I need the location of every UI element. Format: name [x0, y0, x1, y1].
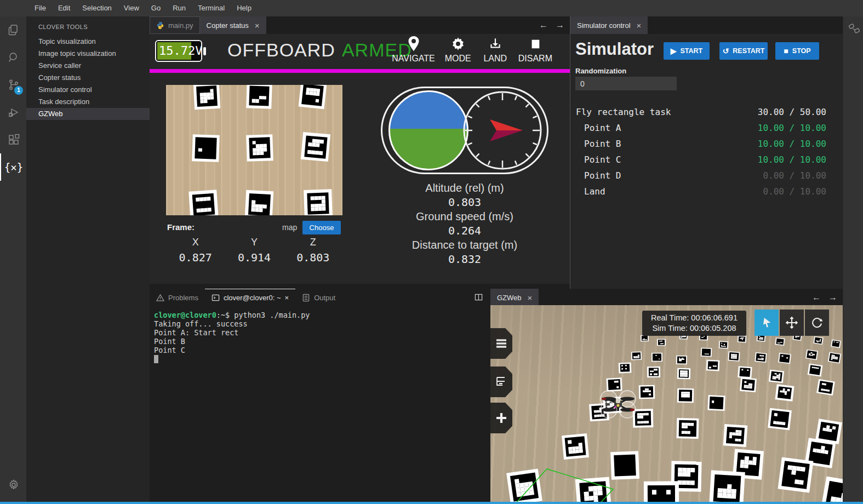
source-control-badge: 1: [14, 86, 23, 95]
menu-bar: FileEditSelectionViewGoRunTerminalHelp: [0, 0, 863, 16]
play-icon: ▶: [671, 47, 677, 55]
output-icon: [302, 294, 310, 302]
land-button[interactable]: LAND: [481, 36, 510, 64]
rotate-tool-button[interactable]: [805, 310, 829, 336]
aruco-marker: [246, 134, 273, 162]
navigate-button[interactable]: NAVIGATE: [392, 36, 435, 64]
close-icon[interactable]: ×: [285, 294, 289, 302]
menu-item-run[interactable]: Run: [167, 0, 192, 16]
right-activity-bar: [843, 16, 863, 502]
menu-item-view[interactable]: View: [118, 0, 145, 16]
axis-x-label: X: [166, 237, 225, 248]
sidebar-item-task-description[interactable]: Task description: [26, 96, 150, 108]
aruco-marker: [304, 189, 333, 215]
activity-bar: 1 {✕}: [0, 16, 26, 502]
menu-item-help[interactable]: Help: [231, 0, 258, 16]
close-icon[interactable]: ×: [528, 293, 533, 302]
tab-main-py[interactable]: main.py: [150, 16, 200, 34]
back-arrow-icon[interactable]: ←: [812, 293, 821, 302]
aruco-marker: [301, 132, 330, 162]
sidebar-item-simulator-control[interactable]: Simulator control: [26, 84, 150, 96]
sidebar-item-copter-status[interactable]: Copter status: [26, 72, 150, 84]
menu-item-terminal[interactable]: Terminal: [192, 0, 231, 16]
rotate-icon: [810, 316, 824, 329]
back-arrow-icon[interactable]: ←: [539, 20, 548, 30]
forward-arrow-icon[interactable]: →: [828, 293, 837, 302]
translate-tool-button[interactable]: [780, 310, 804, 336]
gzweb-tab-bar: GZWeb × ← →: [490, 289, 843, 306]
tab-terminal[interactable]: clover@clover0: ~ ×: [205, 289, 295, 306]
start-button[interactable]: ▶ START: [664, 42, 710, 60]
move-icon: [785, 316, 798, 329]
terminal-prompt-line: clover@clover0:~$ python3 ./main.py: [154, 311, 310, 319]
sidebar-item-image-topic-visualization[interactable]: Image topic visualization: [26, 48, 150, 60]
warning-icon: [156, 294, 164, 302]
gz-menu-button[interactable]: [490, 328, 512, 359]
simulator-content: Simulator ▶ START ↺ RESTART ■ STOP Rando…: [570, 34, 843, 289]
sidebar-item-service-caller[interactable]: Service caller: [26, 60, 150, 72]
command-buttons: NAVIGATE MODE LAND DISARM: [392, 36, 552, 64]
aruco-marker: [193, 85, 220, 110]
task-name: Point C: [570, 154, 621, 165]
stop-icon: ■: [784, 47, 788, 55]
search-icon[interactable]: [0, 44, 26, 71]
menu-item-selection[interactable]: Selection: [76, 0, 117, 16]
tab-problems[interactable]: Problems: [150, 289, 205, 306]
tab-simulator-control[interactable]: Simulator control ×: [570, 16, 648, 34]
editor-group: main.py Copter status × ← → 15.72V OFFBO…: [150, 16, 570, 284]
battery-indicator: 15.72V: [155, 40, 202, 62]
menu-item-file[interactable]: File: [28, 0, 52, 16]
select-tool-button[interactable]: [755, 310, 779, 336]
menu-item-go[interactable]: Go: [145, 0, 167, 16]
menu-item-edit[interactable]: Edit: [52, 0, 76, 16]
gazebo-3d-view[interactable]: Real Time: 00:06:06.691 Sim Time: 00:06:…: [490, 305, 843, 502]
stop-button[interactable]: ■ STOP: [775, 42, 819, 60]
artificial-horizon: [388, 90, 468, 170]
terminal-output[interactable]: clover@clover0:~$ python3 ./main.py Taki…: [154, 311, 310, 363]
clover-tools-icon[interactable]: {✕}: [0, 153, 26, 181]
status-bar: [0, 502, 863, 504]
stat-label: Altitude (rel) (m): [355, 181, 574, 195]
tab-label: Copter status: [207, 21, 249, 30]
close-icon[interactable]: ×: [637, 21, 642, 30]
bottom-tab-bar: Problems clover@clover0: ~ × Output: [150, 289, 490, 306]
task-score: 10.00 / 10.00: [758, 154, 843, 165]
axis-labels: X Y Z: [166, 237, 342, 248]
stat-value: 0.264: [355, 224, 574, 238]
randomization-input[interactable]: [575, 77, 677, 90]
task-score: 0.00 / 10.00: [763, 170, 843, 181]
copter-stats: Altitude (rel) (m)0.803Ground speed (m/s…: [355, 181, 574, 266]
drone-panel-icon[interactable]: [843, 16, 863, 42]
terminal-line: Point B: [154, 337, 310, 346]
task-name: Point D: [570, 170, 621, 181]
battery-voltage: 15.72V: [159, 44, 202, 58]
task-score: 0.00 / 10.00: [763, 186, 843, 197]
gz-tree-button[interactable]: [490, 366, 512, 397]
extensions-icon[interactable]: [0, 126, 26, 153]
gz-toolbar: [753, 310, 829, 336]
tab-output[interactable]: Output: [295, 289, 342, 306]
sidebar-item-topic-visualization[interactable]: Topic visualization: [26, 36, 150, 48]
run-debug-icon[interactable]: [0, 99, 26, 126]
forward-arrow-icon[interactable]: →: [556, 20, 564, 30]
explorer-icon[interactable]: [0, 16, 26, 44]
settings-gear-icon[interactable]: [0, 471, 26, 499]
editor-tab-bar: main.py Copter status × ← →: [150, 16, 570, 34]
frame-label: Frame:: [167, 222, 195, 232]
mode-button[interactable]: MODE: [444, 36, 472, 64]
source-control-icon[interactable]: 1: [0, 71, 26, 99]
task-name: Land: [570, 186, 605, 197]
tab-label: main.py: [168, 21, 193, 30]
aruco-marker: [298, 85, 327, 109]
split-panel-icon[interactable]: [475, 293, 483, 301]
tab-gzweb[interactable]: GZWeb ×: [490, 289, 539, 306]
choose-frame-button[interactable]: Choose: [302, 221, 341, 234]
task-row: Point D0.00 / 10.00: [570, 168, 843, 184]
close-icon[interactable]: ×: [255, 21, 260, 30]
sidebar-item-gzweb[interactable]: GZWeb: [26, 108, 150, 120]
gz-add-button[interactable]: [490, 403, 512, 433]
disarm-button[interactable]: DISARM: [518, 36, 552, 64]
restart-button[interactable]: ↺ RESTART: [719, 42, 768, 60]
tab-nav: ← →: [539, 16, 564, 34]
tab-copter-status[interactable]: Copter status ×: [200, 16, 266, 34]
